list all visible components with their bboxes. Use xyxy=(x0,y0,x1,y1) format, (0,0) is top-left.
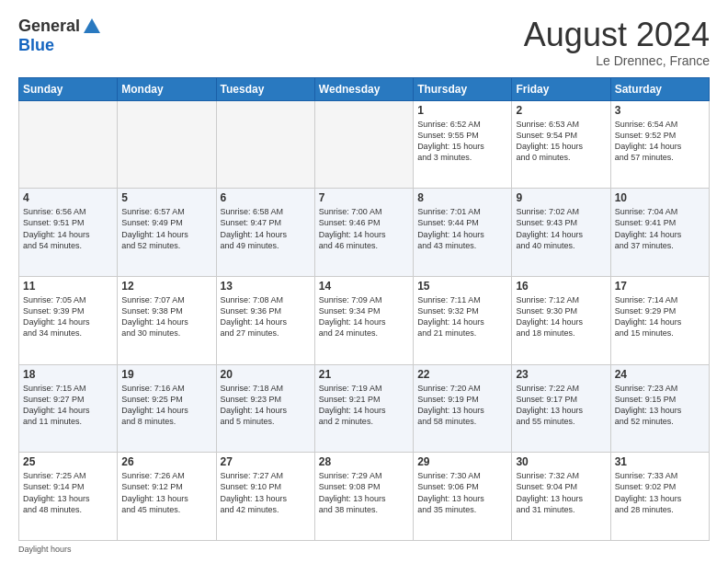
day-number: 18 xyxy=(23,368,113,381)
day-info: Sunrise: 6:58 AMSunset: 9:47 PMDaylight:… xyxy=(221,206,311,251)
day-info: Sunrise: 7:33 AMSunset: 9:02 PMDaylight:… xyxy=(615,470,705,515)
calendar-cell: 2Sunrise: 6:53 AMSunset: 9:54 PMDaylight… xyxy=(512,100,610,189)
day-number: 31 xyxy=(615,455,705,468)
calendar-cell: 10Sunrise: 7:04 AMSunset: 9:41 PMDayligh… xyxy=(610,189,709,277)
col-header-thursday: Thursday xyxy=(414,77,512,100)
day-info: Sunrise: 7:20 AMSunset: 9:19 PMDaylight:… xyxy=(417,383,507,428)
calendar-cell xyxy=(118,100,216,189)
calendar-header-row: SundayMondayTuesdayWednesdayThursdayFrid… xyxy=(19,77,710,100)
day-info: Sunrise: 7:18 AMSunset: 9:23 PMDaylight:… xyxy=(221,383,311,428)
calendar-cell: 22Sunrise: 7:20 AMSunset: 9:19 PMDayligh… xyxy=(414,364,512,453)
calendar-cell: 17Sunrise: 7:14 AMSunset: 9:29 PMDayligh… xyxy=(610,276,709,364)
day-info: Sunrise: 7:01 AMSunset: 9:44 PMDaylight:… xyxy=(417,206,507,251)
calendar-cell: 29Sunrise: 7:30 AMSunset: 9:06 PMDayligh… xyxy=(414,453,512,541)
calendar-cell: 4Sunrise: 6:56 AMSunset: 9:51 PMDaylight… xyxy=(19,189,118,277)
day-info: Sunrise: 7:32 AMSunset: 9:04 PMDaylight:… xyxy=(516,470,606,515)
calendar-cell: 14Sunrise: 7:09 AMSunset: 9:34 PMDayligh… xyxy=(314,276,413,364)
calendar-cell: 15Sunrise: 7:11 AMSunset: 9:32 PMDayligh… xyxy=(414,276,512,364)
calendar-cell: 9Sunrise: 7:02 AMSunset: 9:43 PMDaylight… xyxy=(512,189,610,277)
day-number: 6 xyxy=(221,191,311,204)
day-number: 24 xyxy=(615,368,705,381)
footer: Daylight hours xyxy=(18,545,710,554)
calendar-cell: 8Sunrise: 7:01 AMSunset: 9:44 PMDaylight… xyxy=(414,189,512,277)
calendar-week-2: 4Sunrise: 6:56 AMSunset: 9:51 PMDaylight… xyxy=(19,189,710,277)
calendar-subtitle: Le Drennec, France xyxy=(524,53,710,68)
page: General Blue August 2024 Le Drennec, Fra… xyxy=(0,0,728,563)
day-number: 3 xyxy=(615,104,705,117)
day-info: Sunrise: 7:05 AMSunset: 9:39 PMDaylight:… xyxy=(23,294,113,339)
day-info: Sunrise: 7:14 AMSunset: 9:29 PMDaylight:… xyxy=(615,294,705,339)
logo: General Blue xyxy=(18,17,102,55)
day-number: 30 xyxy=(516,455,606,468)
calendar-week-4: 18Sunrise: 7:15 AMSunset: 9:27 PMDayligh… xyxy=(19,364,710,453)
day-number: 7 xyxy=(319,191,409,204)
day-info: Sunrise: 6:57 AMSunset: 9:49 PMDaylight:… xyxy=(121,206,211,251)
calendar-cell: 1Sunrise: 6:52 AMSunset: 9:55 PMDaylight… xyxy=(414,100,512,189)
calendar-cell: 18Sunrise: 7:15 AMSunset: 9:27 PMDayligh… xyxy=(19,364,118,453)
day-number: 19 xyxy=(121,368,211,381)
day-info: Sunrise: 6:52 AMSunset: 9:55 PMDaylight:… xyxy=(417,119,507,164)
logo-general: General xyxy=(18,17,80,36)
daylight-label: Daylight hours xyxy=(18,545,72,554)
day-info: Sunrise: 7:11 AMSunset: 9:32 PMDaylight:… xyxy=(417,294,507,339)
calendar-week-1: 1Sunrise: 6:52 AMSunset: 9:55 PMDaylight… xyxy=(19,100,710,189)
calendar-cell: 6Sunrise: 6:58 AMSunset: 9:47 PMDaylight… xyxy=(216,189,314,277)
day-number: 23 xyxy=(516,368,606,381)
day-info: Sunrise: 7:08 AMSunset: 9:36 PMDaylight:… xyxy=(221,294,311,339)
col-header-saturday: Saturday xyxy=(610,77,709,100)
calendar-cell: 13Sunrise: 7:08 AMSunset: 9:36 PMDayligh… xyxy=(216,276,314,364)
day-number: 16 xyxy=(516,280,606,293)
calendar-cell xyxy=(19,100,118,189)
calendar-cell: 5Sunrise: 6:57 AMSunset: 9:49 PMDaylight… xyxy=(118,189,216,277)
title-block: August 2024 Le Drennec, France xyxy=(524,17,710,68)
col-header-friday: Friday xyxy=(512,77,610,100)
day-number: 14 xyxy=(319,280,409,293)
calendar-cell: 23Sunrise: 7:22 AMSunset: 9:17 PMDayligh… xyxy=(512,364,610,453)
calendar-cell: 25Sunrise: 7:25 AMSunset: 9:14 PMDayligh… xyxy=(19,453,118,541)
logo-blue: Blue xyxy=(18,36,54,54)
day-number: 25 xyxy=(23,455,113,468)
calendar-cell: 3Sunrise: 6:54 AMSunset: 9:52 PMDaylight… xyxy=(610,100,709,189)
day-info: Sunrise: 7:16 AMSunset: 9:25 PMDaylight:… xyxy=(121,383,211,428)
calendar-cell: 28Sunrise: 7:29 AMSunset: 9:08 PMDayligh… xyxy=(314,453,413,541)
calendar-cell: 20Sunrise: 7:18 AMSunset: 9:23 PMDayligh… xyxy=(216,364,314,453)
day-number: 21 xyxy=(319,368,409,381)
calendar-cell: 31Sunrise: 7:33 AMSunset: 9:02 PMDayligh… xyxy=(610,453,709,541)
logo-icon xyxy=(82,17,102,37)
day-number: 9 xyxy=(516,191,606,204)
day-info: Sunrise: 7:29 AMSunset: 9:08 PMDaylight:… xyxy=(319,470,409,515)
day-number: 2 xyxy=(516,104,606,117)
day-info: Sunrise: 7:22 AMSunset: 9:17 PMDaylight:… xyxy=(516,383,606,428)
day-number: 27 xyxy=(221,455,311,468)
svg-marker-0 xyxy=(84,18,100,33)
day-number: 17 xyxy=(615,280,705,293)
day-info: Sunrise: 7:19 AMSunset: 9:21 PMDaylight:… xyxy=(319,383,409,428)
day-number: 12 xyxy=(121,280,211,293)
day-number: 20 xyxy=(221,368,311,381)
calendar-cell xyxy=(216,100,314,189)
calendar-week-5: 25Sunrise: 7:25 AMSunset: 9:14 PMDayligh… xyxy=(19,453,710,541)
calendar-cell: 21Sunrise: 7:19 AMSunset: 9:21 PMDayligh… xyxy=(314,364,413,453)
day-info: Sunrise: 7:00 AMSunset: 9:46 PMDaylight:… xyxy=(319,206,409,251)
day-info: Sunrise: 7:02 AMSunset: 9:43 PMDaylight:… xyxy=(516,206,606,251)
day-info: Sunrise: 7:25 AMSunset: 9:14 PMDaylight:… xyxy=(23,470,113,515)
day-info: Sunrise: 6:56 AMSunset: 9:51 PMDaylight:… xyxy=(23,206,113,251)
calendar-cell: 16Sunrise: 7:12 AMSunset: 9:30 PMDayligh… xyxy=(512,276,610,364)
day-info: Sunrise: 7:26 AMSunset: 9:12 PMDaylight:… xyxy=(121,470,211,515)
day-number: 11 xyxy=(23,280,113,293)
calendar-cell: 12Sunrise: 7:07 AMSunset: 9:38 PMDayligh… xyxy=(118,276,216,364)
col-header-monday: Monday xyxy=(118,77,216,100)
day-number: 26 xyxy=(121,455,211,468)
day-info: Sunrise: 7:04 AMSunset: 9:41 PMDaylight:… xyxy=(615,206,705,251)
header: General Blue August 2024 Le Drennec, Fra… xyxy=(18,17,710,68)
calendar-week-3: 11Sunrise: 7:05 AMSunset: 9:39 PMDayligh… xyxy=(19,276,710,364)
calendar-cell: 11Sunrise: 7:05 AMSunset: 9:39 PMDayligh… xyxy=(19,276,118,364)
day-info: Sunrise: 7:12 AMSunset: 9:30 PMDaylight:… xyxy=(516,294,606,339)
calendar-cell: 7Sunrise: 7:00 AMSunset: 9:46 PMDaylight… xyxy=(314,189,413,277)
calendar-cell: 24Sunrise: 7:23 AMSunset: 9:15 PMDayligh… xyxy=(610,364,709,453)
day-info: Sunrise: 7:15 AMSunset: 9:27 PMDaylight:… xyxy=(23,383,113,428)
day-number: 28 xyxy=(319,455,409,468)
calendar-cell: 19Sunrise: 7:16 AMSunset: 9:25 PMDayligh… xyxy=(118,364,216,453)
col-header-wednesday: Wednesday xyxy=(314,77,413,100)
calendar-title: August 2024 xyxy=(524,17,710,53)
